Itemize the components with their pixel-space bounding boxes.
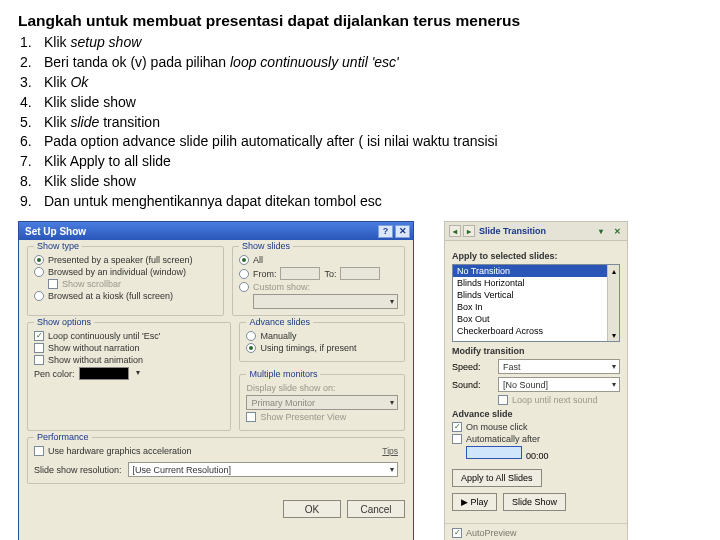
apply-label: Apply to selected slides:: [452, 251, 620, 261]
check-loop-sound: Loop until next sound: [498, 395, 620, 405]
list-item[interactable]: Box In: [453, 301, 619, 313]
to-field[interactable]: [340, 267, 380, 280]
close-button[interactable]: ✕: [395, 225, 410, 238]
radio-timings[interactable]: Using timings, if present: [246, 343, 398, 353]
group-label: Show options: [34, 317, 94, 327]
check-auto-after[interactable]: Automatically after: [452, 434, 620, 444]
back-icon[interactable]: ◂: [449, 225, 461, 237]
group-label: Performance: [34, 432, 92, 442]
steps-list: 1.Klik setup show 2.Beri tanda ok (v) pa…: [20, 33, 702, 211]
resolution-combo[interactable]: [Use Current Resolution]: [128, 462, 398, 477]
cancel-button[interactable]: Cancel: [347, 500, 405, 518]
help-button[interactable]: ?: [378, 225, 393, 238]
check-on-click[interactable]: ✓On mouse click: [452, 422, 620, 432]
group-label: Show type: [34, 241, 82, 251]
check-hwaccel[interactable]: Use hardware graphics acceleration: [34, 446, 192, 456]
check-noanim[interactable]: Show without animation: [34, 355, 224, 365]
check-autopreview[interactable]: ✓: [452, 528, 462, 538]
ok-button[interactable]: OK: [283, 500, 341, 518]
from-field[interactable]: [280, 267, 320, 280]
radio-kiosk[interactable]: Browsed at a kiosk (full screen): [34, 291, 217, 301]
sound-combo[interactable]: [No Sound]: [498, 377, 620, 392]
radio-custom: Custom show:: [239, 282, 398, 292]
step-num: 1.: [20, 33, 44, 52]
step-text: Klik setup show: [44, 33, 141, 52]
forward-icon[interactable]: ▸: [463, 225, 475, 237]
list-item[interactable]: Blinds Horizontal: [453, 277, 619, 289]
transition-list[interactable]: No Transition Blinds Horizontal Blinds V…: [452, 264, 620, 342]
check-scrollbar: Show scrollbar: [48, 279, 217, 289]
scrollbar[interactable]: ▴▾: [607, 265, 619, 341]
setup-show-dialog: Set Up Show ? ✕ Show type Presented by a…: [18, 221, 414, 540]
radio-presented[interactable]: Presented by a speaker (full screen): [34, 255, 217, 265]
radio-from[interactable]: From:To:: [239, 267, 398, 280]
page-title: Langkah untuk membuat presentasi dapat d…: [18, 12, 702, 30]
dialog-titlebar[interactable]: Set Up Show ? ✕: [19, 222, 413, 240]
tips-link[interactable]: Tips: [382, 446, 398, 456]
custom-show-combo: [253, 294, 398, 309]
dropdown-icon[interactable]: ▾: [595, 225, 607, 237]
group-label: Multiple monitors: [246, 369, 320, 379]
list-item[interactable]: Box Out: [453, 313, 619, 325]
group-label: Show slides: [239, 241, 293, 251]
pen-color-swatch[interactable]: [79, 367, 129, 380]
auto-after-field[interactable]: [466, 446, 522, 459]
radio-individual[interactable]: Browsed by an individual (window): [34, 267, 217, 277]
monitor-combo: Primary Monitor: [246, 395, 398, 410]
apply-all-button[interactable]: Apply to All Slides: [452, 469, 542, 487]
slide-transition-pane: ◂ ▸ Slide Transition ▾ ✕ Apply to select…: [444, 221, 628, 540]
list-item[interactable]: No Transition: [453, 265, 619, 277]
check-presenter: Show Presenter View: [246, 412, 398, 422]
check-nonarr[interactable]: Show without narration: [34, 343, 224, 353]
radio-manual[interactable]: Manually: [246, 331, 398, 341]
radio-all[interactable]: All: [239, 255, 398, 265]
play-button[interactable]: ▶ Play: [452, 493, 497, 511]
list-item[interactable]: Blinds Vertical: [453, 289, 619, 301]
list-item[interactable]: Checkerboard Across: [453, 325, 619, 337]
check-loop[interactable]: ✓Loop continuously until 'Esc': [34, 331, 224, 341]
close-icon[interactable]: ✕: [611, 225, 623, 237]
pane-title: Slide Transition: [479, 226, 546, 236]
speed-combo[interactable]: Fast: [498, 359, 620, 374]
slideshow-button[interactable]: Slide Show: [503, 493, 566, 511]
dialog-title: Set Up Show: [25, 226, 86, 237]
group-label: Advance slides: [246, 317, 313, 327]
